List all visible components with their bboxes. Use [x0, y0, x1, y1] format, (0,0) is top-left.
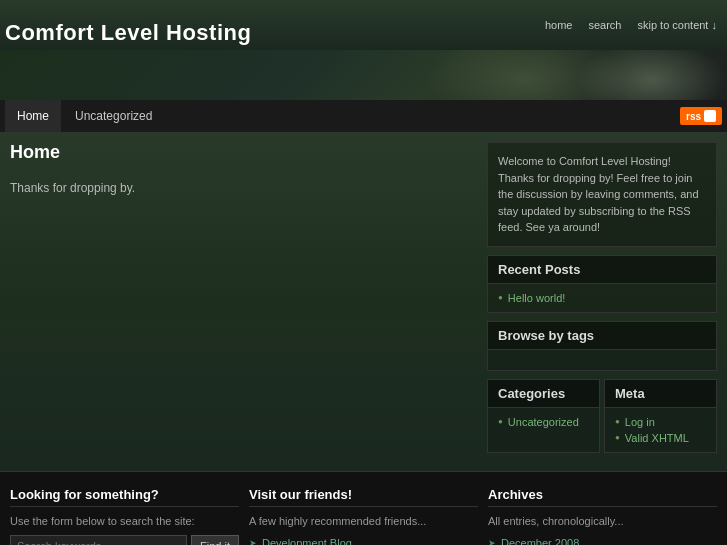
rss-badge[interactable]: rss — [680, 107, 722, 125]
browse-tags-content — [488, 350, 716, 370]
list-item: December 2008 — [488, 535, 717, 545]
footer-search-col: Looking for something? Use the form belo… — [10, 487, 239, 546]
top-nav-search[interactable]: search — [588, 19, 621, 31]
rss-label: rss — [686, 111, 701, 122]
site-title: Comfort Level Hosting — [5, 20, 251, 46]
categories-title: Categories — [488, 380, 599, 408]
footer-friends-col: Visit our friends! A few highly recommen… — [249, 487, 478, 546]
meta-login[interactable]: Log in — [625, 416, 655, 428]
meta-list: Log in Valid XHTML — [615, 414, 706, 446]
main-wrapper: Home Thanks for dropping by. Welcome to … — [0, 132, 727, 471]
recent-posts-content: Hello world! — [488, 284, 716, 312]
top-bar: Comfort Level Hosting home search skip t… — [0, 0, 727, 50]
footer-search-title: Looking for something? — [10, 487, 239, 507]
browse-tags-title: Browse by tags — [488, 322, 716, 350]
footer-friends-title: Visit our friends! — [249, 487, 478, 507]
categories-content: Uncategorized — [488, 408, 599, 436]
sidebar-recent-posts: Recent Posts Hello world! — [487, 255, 717, 313]
nav-link-uncategorized[interactable]: Uncategorized — [63, 100, 164, 132]
meta-title: Meta — [605, 380, 716, 408]
footer-friends-desc: A few highly recommended friends... — [249, 513, 478, 530]
list-item: Hello world! — [498, 290, 706, 306]
footer-friends-list: Development Blog Documentation Plugins S… — [249, 535, 478, 545]
top-nav: home search skip to content ↓ — [545, 19, 717, 31]
main-column: Home Thanks for dropping by. — [10, 142, 477, 461]
sidebar-meta: Meta Log in Valid XHTML — [604, 379, 717, 453]
categories-list: Uncategorized — [498, 414, 589, 430]
footer-archives-title: Archives — [488, 487, 717, 507]
footer-search-row: Find it — [10, 535, 239, 545]
recent-posts-list: Hello world! — [498, 290, 706, 306]
footer-archives-desc: All entries, chronologically... — [488, 513, 717, 530]
sidebar: Welcome to Comfort Level Hosting! Thanks… — [487, 142, 717, 461]
meta-content: Log in Valid XHTML — [605, 408, 716, 452]
footer-search-button[interactable]: Find it — [191, 535, 239, 545]
nav-bar: Home Uncategorized rss — [0, 100, 727, 132]
footer: Looking for something? Use the form belo… — [0, 471, 727, 546]
page-intro: Thanks for dropping by. — [10, 179, 477, 197]
sidebar-categories: Categories Uncategorized — [487, 379, 600, 453]
list-item: Valid XHTML — [615, 430, 706, 446]
sidebar-bottom-cols: Categories Uncategorized Meta Log in — [487, 379, 717, 461]
recent-posts-title: Recent Posts — [488, 256, 716, 284]
friend-dev-blog[interactable]: Development Blog — [262, 537, 352, 545]
category-uncategorized[interactable]: Uncategorized — [508, 416, 579, 428]
footer-archives-list: December 2008 — [488, 535, 717, 545]
page-title: Home — [10, 142, 477, 167]
sidebar-welcome: Welcome to Comfort Level Hosting! Thanks… — [487, 142, 717, 247]
sidebar-browse-tags: Browse by tags — [487, 321, 717, 371]
nav-links: Home Uncategorized — [5, 100, 164, 132]
footer-archives-col: Archives All entries, chronologically...… — [488, 487, 717, 546]
archive-dec-2008[interactable]: December 2008 — [501, 537, 579, 545]
top-nav-skip[interactable]: skip to content ↓ — [638, 19, 718, 31]
meta-valid-xhtml[interactable]: Valid XHTML — [625, 432, 689, 444]
footer-search-input[interactable] — [10, 535, 187, 545]
list-item: Development Blog — [249, 535, 478, 545]
top-nav-home[interactable]: home — [545, 19, 573, 31]
recent-post-hello-world[interactable]: Hello world! — [508, 292, 565, 304]
nav-link-home[interactable]: Home — [5, 100, 61, 132]
header-background — [0, 50, 727, 100]
footer-search-desc1: Use the form below to search the site: — [10, 513, 239, 530]
rss-icon — [704, 110, 716, 122]
list-item: Uncategorized — [498, 414, 589, 430]
list-item: Log in — [615, 414, 706, 430]
